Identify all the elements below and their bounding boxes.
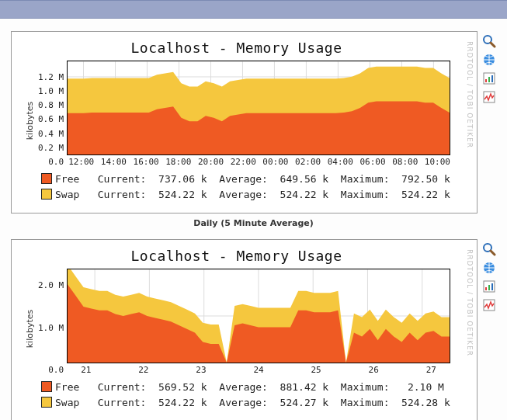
chart-title: Localhost - Memory Usage <box>23 40 450 56</box>
daily-chart-panel: RRDTOOL / TOBI OETIKER Localhost - Memor… <box>11 31 477 213</box>
watermark: RRDTOOL / TOBI OETIKER <box>466 41 474 148</box>
svg-rect-42 <box>488 285 490 290</box>
svg-line-20 <box>491 43 495 47</box>
legend-text: Free Current: 569.52 k Average: 881.42 k… <box>55 381 444 393</box>
legend-swatch <box>41 397 52 408</box>
top-bar <box>0 0 507 19</box>
y-axis-label: kilobytes <box>26 101 36 140</box>
legend-row: Free Current: 569.52 k Average: 881.42 k… <box>41 380 450 395</box>
y-axis-ticks: 2.0 M1.0 M0.0 <box>38 280 67 375</box>
legend-swatch <box>41 381 52 392</box>
chart-title: Localhost - Memory Usage <box>23 248 450 264</box>
x-axis-ticks: 12:0014:0016:0018:0020:0022:0000:0002:00… <box>67 155 450 167</box>
legend-row: Swap Current: 524.22 k Average: 524.27 k… <box>41 395 450 411</box>
chart-caption: Daily (5 Minute Average) <box>11 218 496 228</box>
legend-swatch <box>41 173 52 184</box>
zoom-icon[interactable] <box>482 242 496 256</box>
svg-rect-25 <box>491 75 493 82</box>
daily-plot <box>67 61 450 155</box>
weekly-chart-panel: RRDTOOL / TOBI OETIKER Localhost - Memor… <box>11 239 477 420</box>
globe-icon[interactable] <box>482 53 496 67</box>
svg-rect-24 <box>488 77 490 82</box>
tool-column <box>477 31 496 104</box>
x-axis-ticks: 21222324252627 <box>67 363 450 375</box>
svg-rect-43 <box>491 283 493 290</box>
svg-line-38 <box>491 251 495 255</box>
activity-icon[interactable] <box>482 90 496 104</box>
legend-row: Free Current: 737.06 k Average: 649.56 k… <box>41 172 450 187</box>
y-axis-ticks: 1.2 M1.0 M0.8 M0.6 M0.4 M0.2 M0.0 <box>38 72 67 167</box>
legend: Free Current: 569.52 k Average: 881.42 k… <box>23 380 450 410</box>
legend-swatch <box>41 189 52 200</box>
chart-icon[interactable] <box>482 279 496 293</box>
activity-icon[interactable] <box>482 298 496 312</box>
watermark: RRDTOOL / TOBI OETIKER <box>466 249 474 356</box>
y-axis-label: kilobytes <box>26 309 36 348</box>
globe-icon[interactable] <box>482 261 496 275</box>
legend-text: Swap Current: 524.22 k Average: 524.27 k… <box>55 397 450 408</box>
legend: Free Current: 737.06 k Average: 649.56 k… <box>23 172 450 202</box>
zoom-icon[interactable] <box>482 34 496 48</box>
weekly-plot <box>67 269 450 363</box>
svg-rect-41 <box>485 287 487 290</box>
legend-row: Swap Current: 524.22 k Average: 524.22 k… <box>41 187 450 203</box>
svg-rect-23 <box>485 79 487 82</box>
legend-text: Free Current: 737.06 k Average: 649.56 k… <box>55 173 450 185</box>
legend-text: Swap Current: 524.22 k Average: 524.22 k… <box>55 189 450 200</box>
chart-icon[interactable] <box>482 71 496 85</box>
tool-column <box>477 239 496 312</box>
